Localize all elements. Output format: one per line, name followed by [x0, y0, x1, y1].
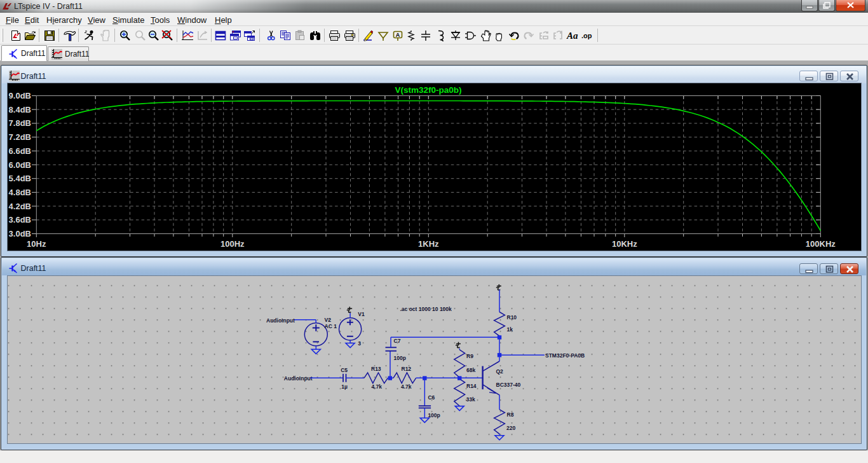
svg-text:4.7k: 4.7k: [401, 384, 412, 390]
svg-text:R10: R10: [506, 314, 517, 321]
svg-text:7.2dB: 7.2dB: [8, 132, 31, 142]
svg-text:V2: V2: [324, 317, 331, 323]
svg-text:4.2dB: 4.2dB: [8, 202, 31, 211]
svg-text:100Hz: 100Hz: [220, 239, 245, 249]
svg-text:R8: R8: [506, 411, 513, 418]
svg-text:STM32F0-PA0B: STM32F0-PA0B: [545, 352, 585, 359]
svg-text:C5: C5: [341, 367, 348, 373]
svg-text:R9: R9: [466, 353, 473, 359]
svg-text:10Hz: 10Hz: [27, 239, 46, 249]
svg-text:C6: C6: [428, 394, 435, 401]
svg-text:A: A: [396, 32, 400, 38]
svg-text:.ac oct 1000 10 100k: .ac oct 1000 10 100k: [400, 306, 452, 312]
svg-text:AudioInput: AudioInput: [266, 317, 295, 324]
svg-text:R13: R13: [371, 366, 381, 372]
svg-text:C7: C7: [393, 338, 400, 344]
svg-text:220: 220: [506, 425, 515, 431]
svg-text:.op: .op: [581, 32, 592, 39]
svg-text:Q2: Q2: [496, 368, 503, 375]
svg-text:6.0dB: 6.0dB: [8, 160, 31, 170]
svg-text:10KHz: 10KHz: [611, 239, 637, 249]
svg-text:AC 1: AC 1: [324, 323, 337, 329]
svg-text:4.8dB: 4.8dB: [8, 188, 31, 197]
svg-text:1k: 1k: [506, 326, 513, 333]
svg-text:33k: 33k: [466, 396, 475, 403]
svg-text:100KHz: 100KHz: [805, 239, 835, 249]
svg-text:9.0dB: 9.0dB: [8, 91, 31, 100]
svg-text:6.6dB: 6.6dB: [8, 146, 31, 156]
svg-text:5.4dB: 5.4dB: [8, 174, 31, 183]
svg-text:3.6dB: 3.6dB: [8, 215, 31, 225]
svg-text:4.7k: 4.7k: [371, 384, 382, 390]
svg-text:100p: 100p: [393, 355, 405, 361]
svg-text:7.8dB: 7.8dB: [8, 118, 31, 128]
svg-text:3.0dB: 3.0dB: [8, 229, 31, 238]
svg-text:V(stm32f0-pa0b): V(stm32f0-pa0b): [395, 85, 461, 95]
svg-text:3: 3: [358, 340, 361, 347]
svg-text:Aa: Aa: [566, 31, 578, 41]
svg-text:R12: R12: [401, 366, 411, 372]
svg-text:1KHz: 1KHz: [418, 239, 439, 249]
svg-text:AudioInput: AudioInput: [283, 375, 312, 382]
svg-text:1µ: 1µ: [341, 384, 348, 390]
svg-text:V1: V1: [358, 311, 365, 317]
svg-text:R14: R14: [466, 383, 477, 389]
svg-text:100p: 100p: [428, 412, 440, 418]
svg-text:BC337-40: BC337-40: [496, 382, 520, 388]
svg-text:68k: 68k: [466, 367, 475, 373]
svg-text:8.4dB: 8.4dB: [8, 105, 31, 114]
